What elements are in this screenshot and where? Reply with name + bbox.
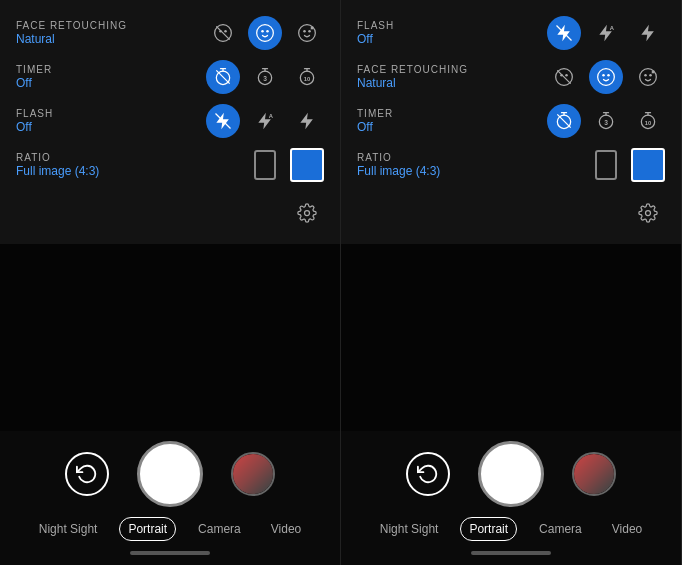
flash-value-left: Off [16, 120, 53, 134]
svg-line-27 [557, 70, 570, 83]
timer-10s-icon-right[interactable]: 10 [631, 104, 665, 138]
flash-title-left: FLASH [16, 108, 53, 119]
thumbnail-right[interactable] [572, 452, 616, 496]
svg-text:3: 3 [604, 119, 608, 126]
ratio-title-left: RATIO [16, 152, 99, 163]
face-retouch-natural-icon-left[interactable] [248, 16, 282, 50]
settings-overlay-left: FACE RETOUCHING Natural [0, 0, 340, 244]
mode-night-sight-left[interactable]: Night Sight [31, 518, 106, 540]
svg-point-8 [303, 30, 306, 32]
right-phone-panel: FLASH Off A [341, 0, 682, 565]
bottom-controls-right: Night Sight Portrait Camera Video [341, 431, 681, 565]
timer-3s-icon-right[interactable]: 3 [589, 104, 623, 138]
mode-camera-left[interactable]: Camera [190, 518, 249, 540]
home-indicator-right [471, 551, 551, 555]
ratio-portrait-icon-right[interactable] [589, 148, 623, 182]
gear-row-right [357, 192, 665, 232]
ratio-title-right: RATIO [357, 152, 440, 163]
face-retouching-title-left: FACE RETOUCHING [16, 20, 127, 31]
timer-off-icon-right[interactable] [547, 104, 581, 138]
mode-video-left[interactable]: Video [263, 518, 309, 540]
svg-point-29 [565, 74, 568, 77]
mode-night-sight-right[interactable]: Night Sight [372, 518, 447, 540]
timer-value-right: Off [357, 120, 393, 134]
shutter-row-right [341, 441, 681, 507]
mode-row-right: Night Sight Portrait Camera Video [372, 517, 651, 541]
svg-point-3 [224, 30, 227, 32]
timer-10s-icon-left[interactable]: 10 [290, 60, 324, 94]
mode-portrait-left[interactable]: Portrait [119, 517, 176, 541]
ratio-value-left: Full image (4:3) [16, 164, 99, 178]
bottom-controls-left: Night Sight Portrait Camera Video [0, 431, 340, 565]
face-retouching-value-left: Natural [16, 32, 127, 46]
svg-point-5 [261, 30, 264, 32]
svg-point-9 [308, 30, 311, 32]
ratio-square-icon-right[interactable] [631, 148, 665, 182]
left-phone-panel: FACE RETOUCHING Natural [0, 0, 341, 565]
flash-auto-icon-right[interactable]: A [589, 16, 623, 50]
svg-point-35 [649, 74, 652, 77]
timer-row-right: TIMER Off 3 [357, 104, 665, 138]
shutter-button-left[interactable] [137, 441, 203, 507]
gear-row-left [16, 192, 324, 232]
timer-title-right: TIMER [357, 108, 393, 119]
flash-row-left: FLASH Off A [16, 104, 324, 138]
flash-off-icon-right[interactable] [547, 16, 581, 50]
timer-3s-icon-left[interactable]: 3 [248, 60, 282, 94]
face-retouching-row-left: FACE RETOUCHING Natural [16, 16, 324, 50]
flash-on-icon-left[interactable] [290, 104, 324, 138]
timer-row-left: TIMER Off 3 [16, 60, 324, 94]
shutter-row-left [0, 441, 340, 507]
svg-point-34 [644, 74, 647, 77]
ratio-square-icon-left[interactable] [290, 148, 324, 182]
svg-point-28 [560, 74, 563, 77]
svg-text:10: 10 [304, 76, 310, 82]
face-retouch-natural-icon-right[interactable] [589, 60, 623, 94]
settings-overlay-right: FLASH Off A [341, 0, 681, 244]
flash-on-icon-right[interactable] [631, 16, 665, 50]
flash-value-right: Off [357, 32, 394, 46]
rotate-camera-button-left[interactable] [65, 452, 109, 496]
timer-title-left: TIMER [16, 64, 52, 75]
mode-portrait-right[interactable]: Portrait [460, 517, 517, 541]
svg-point-32 [607, 74, 610, 77]
ratio-value-right: Full image (4:3) [357, 164, 440, 178]
svg-point-30 [598, 69, 615, 86]
mode-camera-right[interactable]: Camera [531, 518, 590, 540]
timer-off-icon-left[interactable] [206, 60, 240, 94]
flash-off-icon-left[interactable] [206, 104, 240, 138]
ratio-row-left: RATIO Full image (4:3) [16, 148, 324, 182]
face-retouch-enhance-icon-left[interactable] [290, 16, 324, 50]
svg-point-4 [257, 25, 274, 42]
svg-point-6 [266, 30, 269, 32]
shutter-button-right[interactable] [478, 441, 544, 507]
svg-line-1 [216, 26, 229, 39]
ratio-portrait-icon-left[interactable] [248, 148, 282, 182]
mode-row-left: Night Sight Portrait Camera Video [31, 517, 310, 541]
mode-video-right[interactable]: Video [604, 518, 650, 540]
svg-text:A: A [269, 113, 274, 119]
svg-text:10: 10 [645, 120, 651, 126]
flash-title-right: FLASH [357, 20, 394, 31]
face-retouch-enhance-icon-right[interactable] [631, 60, 665, 94]
svg-point-31 [602, 74, 605, 77]
flash-auto-icon-left[interactable]: A [248, 104, 282, 138]
timer-value-left: Off [16, 76, 52, 90]
face-retouch-off-icon-right[interactable] [547, 60, 581, 94]
home-indicator-left [130, 551, 210, 555]
thumbnail-left[interactable] [231, 452, 275, 496]
flash-row-right: FLASH Off A [357, 16, 665, 50]
face-retouching-title-right: FACE RETOUCHING [357, 64, 468, 75]
rotate-camera-button-right[interactable] [406, 452, 450, 496]
face-retouch-off-icon-left[interactable] [206, 16, 240, 50]
svg-point-2 [219, 30, 222, 32]
face-retouching-value-right: Natural [357, 76, 468, 90]
svg-text:A: A [610, 25, 615, 31]
ratio-row-right: RATIO Full image (4:3) [357, 148, 665, 182]
settings-gear-icon-right[interactable] [631, 196, 665, 230]
face-retouching-row-right: FACE RETOUCHING Natural [357, 60, 665, 94]
svg-text:3: 3 [263, 75, 267, 82]
settings-gear-icon-left[interactable] [290, 196, 324, 230]
